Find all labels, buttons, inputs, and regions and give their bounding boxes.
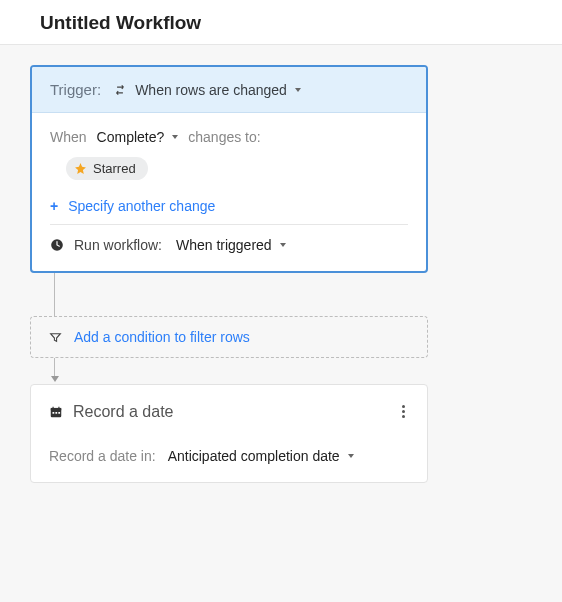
svg-rect-2 <box>51 407 62 409</box>
page-header: Untitled Workflow <box>0 0 562 45</box>
run-workflow-label: Run workflow: <box>74 237 162 253</box>
add-condition-button[interactable]: Add a condition to filter rows <box>30 316 428 358</box>
trigger-field-text: Complete? <box>97 129 165 145</box>
run-schedule-text: When triggered <box>176 237 272 253</box>
filter-icon <box>49 331 62 344</box>
trigger-label: Trigger: <box>50 81 101 98</box>
star-icon <box>74 162 87 175</box>
action-title: Record a date <box>49 403 174 421</box>
value-chip[interactable]: Starred <box>66 157 148 180</box>
trigger-type-select[interactable]: When rows are changed <box>113 82 301 98</box>
record-date-field-select[interactable]: Anticipated completion date <box>168 448 354 464</box>
svg-rect-5 <box>58 412 60 414</box>
when-label: When <box>50 129 87 145</box>
trigger-header: Trigger: When rows are changed <box>32 67 426 113</box>
action-title-text: Record a date <box>73 403 174 421</box>
add-condition-text: Add a condition to filter rows <box>74 329 250 345</box>
swap-icon <box>113 83 127 97</box>
action-card[interactable]: Record a date Record a date in: Anticipa… <box>30 384 428 483</box>
workflow-title[interactable]: Untitled Workflow <box>40 12 522 34</box>
trigger-body: When Complete? changes to: Starred <box>32 113 426 271</box>
specify-another-text: Specify another change <box>68 198 215 214</box>
plus-icon: + <box>50 198 58 214</box>
trigger-card[interactable]: Trigger: When rows are changed When Comp… <box>30 65 428 273</box>
connector-line <box>54 358 55 376</box>
trigger-type-text: When rows are changed <box>135 82 287 98</box>
connector-line <box>54 273 55 317</box>
value-chip-text: Starred <box>93 161 136 176</box>
clock-icon <box>50 238 64 252</box>
changes-to-label: changes to: <box>188 129 260 145</box>
svg-rect-3 <box>53 412 55 414</box>
caret-down-icon <box>172 135 178 139</box>
caret-down-icon <box>280 243 286 247</box>
svg-rect-4 <box>55 412 57 414</box>
calendar-icon <box>49 405 63 419</box>
run-schedule-select[interactable]: When triggered <box>176 237 286 253</box>
divider <box>50 224 408 225</box>
arrow-down-icon <box>51 376 59 382</box>
action-menu-button[interactable] <box>398 401 409 422</box>
record-date-label: Record a date in: <box>49 448 156 464</box>
specify-another-change-button[interactable]: + Specify another change <box>50 198 215 214</box>
caret-down-icon <box>348 454 354 458</box>
record-date-field-text: Anticipated completion date <box>168 448 340 464</box>
trigger-field-select[interactable]: Complete? <box>97 129 179 145</box>
workflow-canvas: Trigger: When rows are changed When Comp… <box>0 45 562 503</box>
caret-down-icon <box>295 88 301 92</box>
